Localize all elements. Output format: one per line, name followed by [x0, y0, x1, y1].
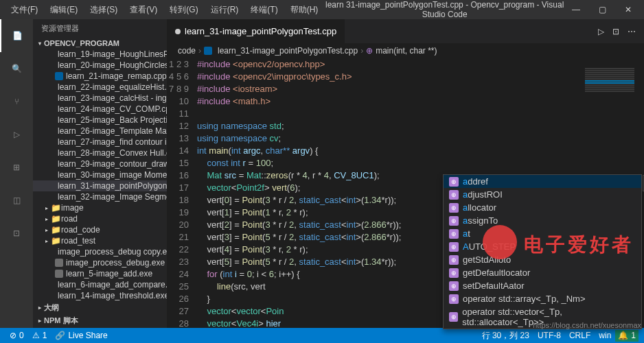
- suggest-item[interactable]: ⊕setDefaultAator: [444, 279, 641, 292]
- suggest-item[interactable]: ⊕getDefaultlocator: [444, 266, 641, 279]
- status-errors[interactable]: ⊘ 0: [5, 331, 28, 340]
- method-icon: ⊕: [449, 312, 458, 322]
- section-header[interactable]: ▸TOMCAT SERVERS: [33, 327, 167, 328]
- suggest-item[interactable]: ⊕adjustROI: [444, 188, 641, 201]
- statusbar: ⊘ 0 ⚠ 1 🔗 Live Share 行 30，列 23 UTF-8 CRL…: [0, 328, 644, 343]
- menubar: 文件(F) 编辑(E) 选择(S) 查看(V) 转到(G) 运行(R) 终端(T…: [5, 1, 323, 19]
- method-icon: ⊕: [449, 268, 459, 278]
- window-controls: — ▢ ✕: [566, 3, 639, 16]
- status-eol[interactable]: CRLF: [565, 330, 595, 342]
- scm-icon[interactable]: ⑂: [0, 85, 33, 118]
- watermark-circle: [483, 225, 517, 259]
- bc-symbol[interactable]: main(int, char **): [376, 46, 437, 56]
- menu-select[interactable]: 选择(S): [84, 1, 123, 19]
- status-liveshare[interactable]: 🔗 Live Share: [51, 331, 111, 340]
- method-icon: ⊕: [449, 255, 459, 265]
- explorer-icon[interactable]: 📄: [0, 19, 33, 52]
- tab-modified-icon: [175, 29, 181, 34]
- menu-goto[interactable]: 转到(G): [164, 1, 203, 19]
- run-icon[interactable]: ▷: [598, 27, 604, 36]
- folder-item[interactable]: ▸📁 road_code: [33, 224, 167, 235]
- file-item[interactable]: learn_27-image_find contour in your_ima.…: [33, 137, 167, 147]
- file-item[interactable]: learn_21-image_remap.cpp: [33, 71, 167, 82]
- tab-actions: ▷ ⊡ ⋯: [598, 27, 644, 36]
- exe-icon: [55, 259, 63, 267]
- method-icon: ⊕: [449, 177, 459, 187]
- method-icon: ⊕: [449, 294, 459, 304]
- watermark-text: 电子爱好者: [524, 232, 634, 258]
- method-icon: ⊕: [449, 216, 459, 226]
- breadcrumb[interactable]: code › learn_31-image_pointPolygonTest.c…: [167, 43, 644, 58]
- file-item[interactable]: learn_29-image_contour_draw_rect_ect.cpp: [33, 158, 167, 169]
- ext2-icon[interactable]: ⊡: [0, 217, 33, 250]
- tab-label: learn_31-image_pointPolygonTest.cpp: [185, 26, 336, 36]
- activitybar: 📄 🔍 ⑂ ▷ ⊞ ◫ ⊡: [0, 19, 33, 328]
- more-icon[interactable]: ⋯: [628, 27, 636, 36]
- bc-folder[interactable]: code: [178, 46, 196, 56]
- file-item[interactable]: learn_31-image_pointPolygonTest.cpp1: [33, 180, 167, 191]
- split-icon[interactable]: ⊡: [612, 27, 619, 36]
- menu-terminal[interactable]: 终端(T): [245, 1, 283, 19]
- editor-area: learn_31-image_pointPolygonTest.cpp ▷ ⊡ …: [167, 19, 644, 328]
- folder-item[interactable]: ▸📁 image: [33, 202, 167, 213]
- ext1-icon[interactable]: ◫: [0, 184, 33, 217]
- method-icon: ⊕: [449, 190, 459, 200]
- project-header[interactable]: ▾OPENCV_PROGRAM: [33, 38, 167, 49]
- window-title: learn 31-image_pointPolygonTest.cpp - Op…: [323, 0, 566, 19]
- suggest-item[interactable]: ⊕operator std::array<_Tp, _Nm>: [444, 292, 641, 305]
- folder-item[interactable]: ▸📁 road_test: [33, 235, 167, 246]
- file-item[interactable]: learn_28-image_Convex Hull.cpp: [33, 147, 167, 158]
- bc-file[interactable]: learn_31-image_pointPolygonTest.cpp: [218, 46, 358, 56]
- file-item[interactable]: learn_19-image_HoughLinesP.cpp: [33, 49, 167, 60]
- exe-icon: [55, 270, 63, 278]
- file-item[interactable]: learn_25-image_Back Projection.cpp: [33, 115, 167, 126]
- tabs: learn_31-image_pointPolygonTest.cpp ▷ ⊡ …: [167, 19, 644, 43]
- menu-edit[interactable]: 编辑(E): [45, 1, 83, 19]
- minimize-button[interactable]: —: [566, 3, 586, 16]
- status-encoding[interactable]: UTF-8: [533, 330, 565, 342]
- close-button[interactable]: ✕: [618, 3, 639, 16]
- line-numbers: 1 2 3 4 5 6 7 8 9 10 11 12 13 14 15 16 1…: [167, 58, 197, 328]
- file-item[interactable]: learn_32-image_Image Segmentation.cpp: [33, 191, 167, 202]
- section-header[interactable]: ▸大纲: [33, 301, 167, 314]
- exe-item[interactable]: learn_6-image_add_compare.exe: [33, 279, 167, 290]
- maximize-button[interactable]: ▢: [592, 3, 612, 16]
- sidebar: 资源管理器 ▾OPENCV_PROGRAM learn_19-image_Hou…: [33, 19, 167, 328]
- method-icon: ⊕: [449, 203, 459, 213]
- status-warnings[interactable]: ⚠ 1: [28, 331, 51, 340]
- tab-active[interactable]: learn_31-image_pointPolygonTest.cpp: [167, 19, 345, 43]
- file-item[interactable]: learn_30-image_image Moments.cpp: [33, 169, 167, 180]
- status-bell[interactable]: 🔔 1: [615, 330, 639, 342]
- file-item[interactable]: learn_20-image_HoughCircles.cpp: [33, 60, 167, 71]
- watermark-url: https://blog.csdn.net/xuesonmax: [533, 321, 641, 329]
- suggest-item[interactable]: ⊕addref: [444, 175, 641, 188]
- file-item[interactable]: learn_26-image_Template Match.cpp: [33, 126, 167, 137]
- debug-icon[interactable]: ▷: [0, 118, 33, 151]
- file-item[interactable]: learn_22-image_equalizeHist.cpp: [33, 82, 167, 93]
- menu-file[interactable]: 文件(F): [5, 1, 43, 19]
- minimap[interactable]: [582, 67, 637, 184]
- suggest-item[interactable]: ⊕allocator: [444, 201, 641, 214]
- function-icon: ⊕: [366, 46, 373, 56]
- folder-item[interactable]: ▸📁 road: [33, 213, 167, 224]
- titlebar: 文件(F) 编辑(E) 选择(S) 查看(V) 转到(G) 运行(R) 终端(T…: [0, 0, 644, 19]
- menu-view[interactable]: 查看(V): [124, 1, 163, 19]
- menu-help[interactable]: 帮助(H): [285, 1, 324, 19]
- cpp-icon: [55, 72, 63, 80]
- status-linecol[interactable]: 行 30，列 23: [478, 330, 533, 342]
- exe-item[interactable]: image_process_debug.exe: [33, 257, 167, 268]
- exe-item[interactable]: image_process_debug copy.exe: [33, 246, 167, 257]
- method-icon: ⊕: [449, 242, 459, 252]
- sidebar-title: 资源管理器: [33, 19, 167, 38]
- exe-item[interactable]: learn_14-image_threshold.exe: [33, 290, 167, 301]
- suggest-item[interactable]: ⊕assignTo: [444, 214, 641, 227]
- cpp-icon: [204, 47, 212, 55]
- menu-run[interactable]: 运行(R): [205, 1, 244, 19]
- file-item[interactable]: learn_23-image_calcHist - inginging.cpp: [33, 93, 167, 104]
- status-lang[interactable]: win: [595, 330, 615, 342]
- file-item[interactable]: learn_24-image_CV_COMP.cpp: [33, 104, 167, 115]
- exe-item[interactable]: learn_5-image_add.exe: [33, 268, 167, 279]
- extensions-icon[interactable]: ⊞: [0, 151, 33, 184]
- search-icon[interactable]: 🔍: [0, 52, 33, 85]
- section-header[interactable]: ▸NPM 脚本: [33, 314, 167, 327]
